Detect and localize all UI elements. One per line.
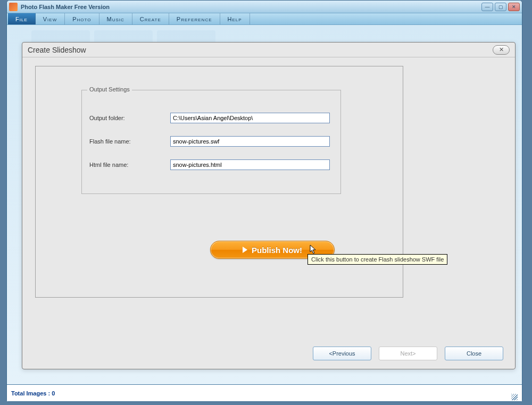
output-settings-fieldset: Output Settings Output folder: Flash fil… xyxy=(81,90,341,194)
statusbar: Total Images : 0 xyxy=(7,384,522,401)
dialog-title: Create Slideshow xyxy=(28,46,493,54)
status-text: Total Images : 0 xyxy=(11,390,511,396)
dialog-header: Create Slideshow ✕ xyxy=(22,43,515,57)
menu-music[interactable]: Music xyxy=(99,13,132,24)
close-window-button[interactable]: ✕ xyxy=(508,3,520,11)
dialog-body: Output Settings Output folder: Flash fil… xyxy=(22,57,515,341)
menu-preference[interactable]: Preference xyxy=(169,13,220,24)
publish-tooltip: Click this button to create Flash slides… xyxy=(307,254,447,265)
label-html-file: Html file name: xyxy=(89,162,170,168)
window-controls: — ▢ ✕ xyxy=(481,3,520,11)
menu-view[interactable]: View xyxy=(36,13,65,24)
next-button: Next> xyxy=(379,347,437,360)
dialog-close-button[interactable]: ✕ xyxy=(493,45,510,55)
input-html-file[interactable] xyxy=(170,159,330,170)
label-output-folder: Output folder: xyxy=(89,115,170,121)
previous-button[interactable]: <Previous xyxy=(313,347,371,360)
label-flash-file: Flash file name: xyxy=(89,138,170,145)
resize-grip-icon[interactable] xyxy=(511,394,518,400)
fieldset-legend: Output Settings xyxy=(87,86,132,92)
input-output-folder[interactable] xyxy=(170,113,330,123)
create-slideshow-dialog: Create Slideshow ✕ Output Settings Outpu… xyxy=(22,42,516,369)
titlebar: Photo Flash Maker Free Version — ▢ ✕ xyxy=(7,1,522,13)
app-icon xyxy=(9,3,18,11)
row-html-file: Html file name: xyxy=(89,159,330,170)
maximize-button[interactable]: ▢ xyxy=(495,3,506,11)
menu-create[interactable]: Create xyxy=(132,13,169,24)
dialog-footer: <Previous Next> Close xyxy=(313,347,503,360)
window-title: Photo Flash Maker Free Version xyxy=(21,4,481,10)
close-button[interactable]: Close xyxy=(445,347,503,360)
menu-file[interactable]: File xyxy=(8,13,36,24)
row-output-folder: Output folder: xyxy=(89,113,330,123)
menu-photo[interactable]: Photo xyxy=(65,13,99,24)
play-icon xyxy=(243,247,247,253)
minimize-button[interactable]: — xyxy=(481,3,493,11)
menu-help[interactable]: Help xyxy=(220,13,250,24)
input-flash-file[interactable] xyxy=(170,136,330,147)
row-flash-file: Flash file name: xyxy=(89,136,330,147)
publish-label: Publish Now! xyxy=(252,246,302,255)
main-window: Photo Flash Maker Free Version — ▢ ✕ Fil… xyxy=(6,0,522,402)
menubar: File View Photo Music Create Preference … xyxy=(7,13,522,25)
